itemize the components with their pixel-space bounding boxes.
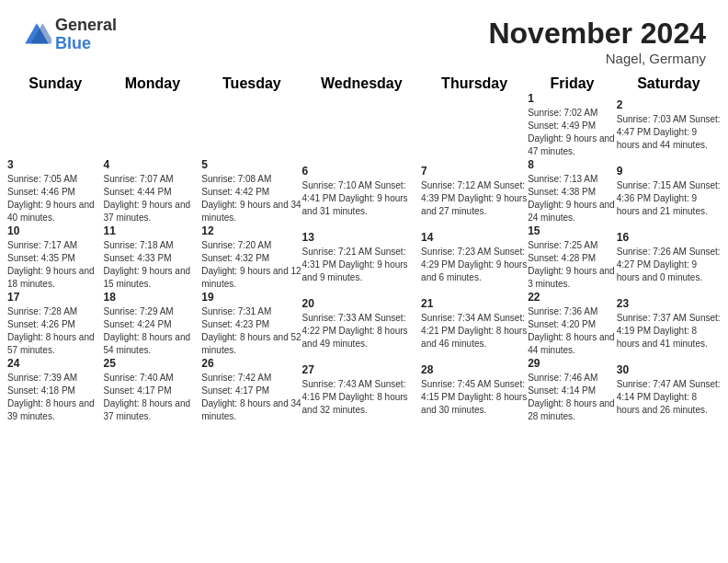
logo-icon xyxy=(22,20,51,50)
day-number: 5 xyxy=(201,158,301,171)
calendar-cell xyxy=(302,92,422,158)
calendar-week-4: 24Sunrise: 7:39 AM Sunset: 4:18 PM Dayli… xyxy=(7,357,721,423)
calendar-cell: 13Sunrise: 7:21 AM Sunset: 4:31 PM Dayli… xyxy=(302,224,422,291)
day-info: Sunrise: 7:08 AM Sunset: 4:42 PM Dayligh… xyxy=(201,173,301,224)
calendar-cell: 18Sunrise: 7:29 AM Sunset: 4:24 PM Dayli… xyxy=(104,291,202,357)
day-number: 2 xyxy=(617,98,721,111)
day-number: 20 xyxy=(302,297,422,310)
calendar-cell: 27Sunrise: 7:43 AM Sunset: 4:16 PM Dayli… xyxy=(302,357,422,423)
calendar-cell xyxy=(201,92,301,158)
calendar-cell: 7Sunrise: 7:12 AM Sunset: 4:39 PM Daylig… xyxy=(421,158,528,224)
day-info: Sunrise: 7:47 AM Sunset: 4:14 PM Dayligh… xyxy=(617,378,721,417)
day-info: Sunrise: 7:02 AM Sunset: 4:49 PM Dayligh… xyxy=(528,107,617,158)
day-info: Sunrise: 7:17 AM Sunset: 4:35 PM Dayligh… xyxy=(7,239,104,291)
day-number: 14 xyxy=(421,231,528,244)
calendar-cell: 28Sunrise: 7:45 AM Sunset: 4:15 PM Dayli… xyxy=(421,357,528,423)
day-number: 19 xyxy=(201,291,301,304)
day-number: 21 xyxy=(421,297,528,310)
calendar-cell: 23Sunrise: 7:37 AM Sunset: 4:19 PM Dayli… xyxy=(617,291,721,357)
header-row: Sunday Monday Tuesday Wednesday Thursday… xyxy=(7,75,721,92)
day-info: Sunrise: 7:34 AM Sunset: 4:21 PM Dayligh… xyxy=(421,312,528,350)
day-info: Sunrise: 7:26 AM Sunset: 4:27 PM Dayligh… xyxy=(617,246,721,284)
calendar-week-3: 17Sunrise: 7:28 AM Sunset: 4:26 PM Dayli… xyxy=(7,291,721,357)
day-info: Sunrise: 7:05 AM Sunset: 4:46 PM Dayligh… xyxy=(7,173,104,224)
day-number: 29 xyxy=(528,357,617,370)
day-info: Sunrise: 7:28 AM Sunset: 4:26 PM Dayligh… xyxy=(7,305,104,357)
day-number: 27 xyxy=(302,363,422,376)
calendar-cell: 19Sunrise: 7:31 AM Sunset: 4:23 PM Dayli… xyxy=(201,291,301,357)
header-saturday: Saturday xyxy=(617,75,721,92)
calendar-cell xyxy=(7,92,104,158)
calendar-wrapper: Sunday Monday Tuesday Wednesday Thursday… xyxy=(0,75,728,431)
day-number: 17 xyxy=(7,291,104,304)
calendar-cell: 16Sunrise: 7:26 AM Sunset: 4:27 PM Dayli… xyxy=(617,224,721,291)
calendar-cell: 26Sunrise: 7:42 AM Sunset: 4:17 PM Dayli… xyxy=(201,357,301,423)
day-info: Sunrise: 7:12 AM Sunset: 4:39 PM Dayligh… xyxy=(421,179,528,218)
header-sunday: Sunday xyxy=(7,75,104,92)
day-info: Sunrise: 7:40 AM Sunset: 4:17 PM Dayligh… xyxy=(104,372,202,423)
day-number: 3 xyxy=(7,158,104,171)
calendar-cell: 11Sunrise: 7:18 AM Sunset: 4:33 PM Dayli… xyxy=(104,224,202,291)
title-block: November 2024 Nagel, Germany xyxy=(488,17,706,66)
day-info: Sunrise: 7:46 AM Sunset: 4:14 PM Dayligh… xyxy=(528,372,617,423)
day-info: Sunrise: 7:13 AM Sunset: 4:38 PM Dayligh… xyxy=(528,173,617,224)
day-number: 30 xyxy=(617,363,721,376)
day-number: 15 xyxy=(528,224,617,237)
header-wednesday: Wednesday xyxy=(302,75,422,92)
day-number: 24 xyxy=(7,357,104,370)
page-header: General Blue November 2024 Nagel, German… xyxy=(0,0,728,75)
day-info: Sunrise: 7:21 AM Sunset: 4:31 PM Dayligh… xyxy=(302,246,422,284)
day-number: 6 xyxy=(302,165,422,178)
day-info: Sunrise: 7:25 AM Sunset: 4:28 PM Dayligh… xyxy=(528,239,617,291)
calendar-cell: 4Sunrise: 7:07 AM Sunset: 4:44 PM Daylig… xyxy=(104,158,202,224)
day-info: Sunrise: 7:10 AM Sunset: 4:41 PM Dayligh… xyxy=(302,179,422,218)
calendar-cell: 2Sunrise: 7:03 AM Sunset: 4:47 PM Daylig… xyxy=(617,92,721,158)
day-info: Sunrise: 7:45 AM Sunset: 4:15 PM Dayligh… xyxy=(421,378,528,417)
day-info: Sunrise: 7:23 AM Sunset: 4:29 PM Dayligh… xyxy=(421,246,528,284)
header-thursday: Thursday xyxy=(421,75,528,92)
day-number: 4 xyxy=(104,158,202,171)
day-number: 13 xyxy=(302,231,422,244)
calendar-cell: 21Sunrise: 7:34 AM Sunset: 4:21 PM Dayli… xyxy=(421,291,528,357)
calendar-table: Sunday Monday Tuesday Wednesday Thursday… xyxy=(7,75,721,423)
calendar-week-2: 10Sunrise: 7:17 AM Sunset: 4:35 PM Dayli… xyxy=(7,224,721,291)
month-title: November 2024 xyxy=(488,17,706,51)
day-info: Sunrise: 7:33 AM Sunset: 4:22 PM Dayligh… xyxy=(302,312,422,350)
calendar-week-0: 1Sunrise: 7:02 AM Sunset: 4:49 PM Daylig… xyxy=(7,92,721,158)
logo: General Blue xyxy=(22,17,117,53)
day-number: 7 xyxy=(421,165,528,178)
calendar-cell: 14Sunrise: 7:23 AM Sunset: 4:29 PM Dayli… xyxy=(421,224,528,291)
day-info: Sunrise: 7:18 AM Sunset: 4:33 PM Dayligh… xyxy=(104,239,202,291)
logo-text: General Blue xyxy=(55,17,117,53)
calendar-cell: 9Sunrise: 7:15 AM Sunset: 4:36 PM Daylig… xyxy=(617,158,721,224)
day-info: Sunrise: 7:31 AM Sunset: 4:23 PM Dayligh… xyxy=(201,305,301,357)
day-number: 12 xyxy=(201,224,301,237)
day-info: Sunrise: 7:39 AM Sunset: 4:18 PM Dayligh… xyxy=(7,372,104,423)
day-info: Sunrise: 7:43 AM Sunset: 4:16 PM Dayligh… xyxy=(302,378,422,417)
calendar-header: Sunday Monday Tuesday Wednesday Thursday… xyxy=(7,75,721,92)
calendar-cell: 20Sunrise: 7:33 AM Sunset: 4:22 PM Dayli… xyxy=(302,291,422,357)
day-number: 9 xyxy=(617,165,721,178)
calendar-cell: 6Sunrise: 7:10 AM Sunset: 4:41 PM Daylig… xyxy=(302,158,422,224)
day-info: Sunrise: 7:36 AM Sunset: 4:20 PM Dayligh… xyxy=(528,305,617,357)
day-number: 18 xyxy=(104,291,202,304)
header-tuesday: Tuesday xyxy=(201,75,301,92)
day-number: 16 xyxy=(617,231,721,244)
day-info: Sunrise: 7:37 AM Sunset: 4:19 PM Dayligh… xyxy=(617,312,721,350)
calendar-cell: 17Sunrise: 7:28 AM Sunset: 4:26 PM Dayli… xyxy=(7,291,104,357)
calendar-cell: 22Sunrise: 7:36 AM Sunset: 4:20 PM Dayli… xyxy=(528,291,617,357)
location: Nagel, Germany xyxy=(488,51,706,66)
calendar-cell: 24Sunrise: 7:39 AM Sunset: 4:18 PM Dayli… xyxy=(7,357,104,423)
logo-blue-text: Blue xyxy=(55,35,117,53)
day-number: 28 xyxy=(421,363,528,376)
calendar-cell: 25Sunrise: 7:40 AM Sunset: 4:17 PM Dayli… xyxy=(104,357,202,423)
day-info: Sunrise: 7:20 AM Sunset: 4:32 PM Dayligh… xyxy=(201,239,301,291)
calendar-cell xyxy=(104,92,202,158)
day-number: 25 xyxy=(104,357,202,370)
calendar-cell: 10Sunrise: 7:17 AM Sunset: 4:35 PM Dayli… xyxy=(7,224,104,291)
calendar-cell: 30Sunrise: 7:47 AM Sunset: 4:14 PM Dayli… xyxy=(617,357,721,423)
calendar-cell: 15Sunrise: 7:25 AM Sunset: 4:28 PM Dayli… xyxy=(528,224,617,291)
day-info: Sunrise: 7:15 AM Sunset: 4:36 PM Dayligh… xyxy=(617,179,721,218)
logo-general-text: General xyxy=(55,17,117,35)
calendar-body: 1Sunrise: 7:02 AM Sunset: 4:49 PM Daylig… xyxy=(7,92,721,423)
